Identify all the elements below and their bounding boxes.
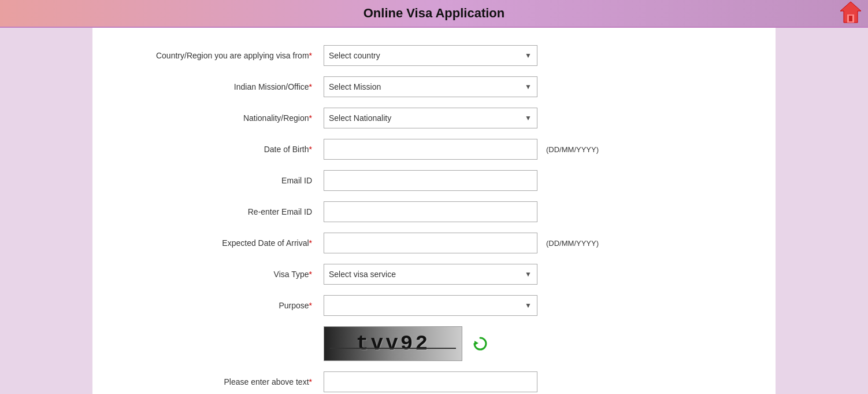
- indian-mission-label: Indian Mission/Office*: [116, 82, 324, 91]
- nationality-select-wrapper: Select Nationality: [324, 108, 537, 128]
- indian-mission-row: Indian Mission/Office* Select Mission: [116, 76, 752, 97]
- svg-marker-3: [474, 341, 478, 345]
- visa-type-label: Visa Type*: [116, 270, 324, 279]
- purpose-select-wrapper: [324, 295, 537, 316]
- required-marker: *: [309, 51, 312, 60]
- country-region-select-wrapper: Select country: [324, 45, 537, 66]
- required-marker: *: [309, 270, 312, 279]
- required-marker: *: [309, 145, 312, 154]
- captcha-text: tvv92: [356, 332, 430, 356]
- captcha-row: tvv92: [116, 326, 752, 361]
- purpose-row: Purpose*: [116, 295, 752, 316]
- nationality-select[interactable]: Select Nationality: [324, 108, 537, 128]
- indian-mission-select[interactable]: Select Mission: [324, 76, 537, 97]
- email-row: Email ID: [116, 170, 752, 191]
- svg-rect-2: [849, 16, 852, 21]
- purpose-label: Purpose*: [116, 301, 324, 310]
- re-email-input[interactable]: [324, 201, 537, 222]
- nationality-label: Nationality/Region*: [116, 113, 324, 123]
- nationality-row: Nationality/Region* Select Nationality: [116, 108, 752, 128]
- refresh-icon[interactable]: [471, 334, 489, 353]
- required-marker: *: [309, 238, 312, 248]
- captcha-line: [330, 348, 456, 349]
- dob-input[interactable]: [324, 139, 537, 160]
- visa-type-select-wrapper: Select visa service: [324, 264, 537, 285]
- required-marker: *: [309, 82, 312, 91]
- email-input[interactable]: [324, 170, 537, 191]
- captcha-input-label: Please enter above text*: [116, 377, 324, 386]
- home-icon: [839, 1, 862, 24]
- country-region-select[interactable]: Select country: [324, 45, 537, 66]
- captcha-input-row: Please enter above text*: [116, 371, 752, 392]
- captcha-input[interactable]: [324, 371, 537, 392]
- required-marker: *: [309, 377, 312, 386]
- dob-label: Date of Birth*: [116, 145, 324, 154]
- arrival-date-hint: (DD/MM/YYYY): [546, 239, 599, 248]
- re-email-row: Re-enter Email ID: [116, 201, 752, 222]
- main-content: Country/Region you are applying visa fro…: [92, 28, 776, 394]
- required-marker: *: [309, 301, 312, 310]
- captcha-image: tvv92: [324, 326, 462, 361]
- header-title: Online Visa Application: [363, 6, 505, 21]
- home-icon-container[interactable]: [839, 1, 862, 26]
- refresh-icon-container[interactable]: [471, 334, 489, 353]
- email-label: Email ID: [116, 176, 324, 185]
- required-marker: *: [309, 113, 312, 123]
- header-bar: Online Visa Application: [0, 0, 868, 28]
- visa-type-select[interactable]: Select visa service: [324, 264, 537, 285]
- country-region-row: Country/Region you are applying visa fro…: [116, 45, 752, 66]
- country-region-label: Country/Region you are applying visa fro…: [116, 51, 324, 60]
- re-email-label: Re-enter Email ID: [116, 207, 324, 216]
- dob-row: Date of Birth* (DD/MM/YYYY): [116, 139, 752, 160]
- dob-hint: (DD/MM/YYYY): [546, 145, 599, 154]
- arrival-date-label: Expected Date of Arrival*: [116, 238, 324, 248]
- arrival-date-row: Expected Date of Arrival* (DD/MM/YYYY): [116, 233, 752, 253]
- arrival-date-input[interactable]: [324, 233, 537, 253]
- indian-mission-select-wrapper: Select Mission: [324, 76, 537, 97]
- visa-type-row: Visa Type* Select visa service: [116, 264, 752, 285]
- purpose-select[interactable]: [324, 295, 537, 316]
